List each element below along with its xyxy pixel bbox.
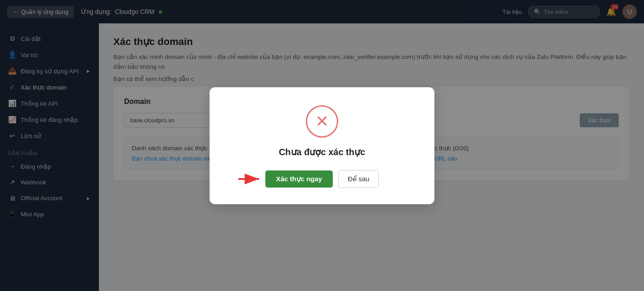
verify-now-button[interactable]: Xác thực ngay: [265, 170, 333, 188]
x-icon: ✕: [315, 113, 329, 130]
modal-overlay: ✕ Chưa được xác thực Xác thực ngay Để sa…: [0, 0, 644, 291]
modal-title: Chưa được xác thực: [231, 147, 413, 157]
modal: ✕ Chưa được xác thực Xác thực ngay Để sa…: [210, 87, 434, 204]
later-button[interactable]: Để sau: [338, 170, 379, 188]
verify-btn-wrapper: Xác thực ngay: [265, 170, 333, 188]
modal-error-icon-wrap: ✕: [306, 105, 338, 138]
modal-actions: Xác thực ngay Để sau: [231, 170, 413, 188]
red-arrow-indicator: [238, 173, 263, 185]
